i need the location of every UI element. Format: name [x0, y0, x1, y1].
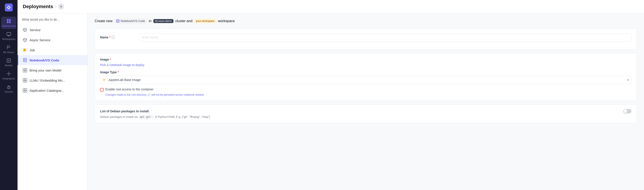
menu-item-async-service[interactable]: Async Service	[18, 35, 88, 45]
svg-rect-19	[25, 81, 27, 82]
svg-rect-5	[7, 33, 11, 35]
hint-code: /	[147, 93, 150, 97]
menu-item-app-catalogue[interactable]: Application Catalogue...	[18, 85, 88, 95]
modal-workspace-label: your-workspace	[196, 20, 215, 23]
byom-icon	[22, 68, 28, 73]
menu-item-service-label: Service	[30, 28, 40, 32]
sidebar-item-ml-repos[interactable]: ML Repos	[1, 43, 16, 55]
svg-rect-21	[25, 88, 27, 90]
svg-point-7	[8, 73, 10, 74]
ml-repos-icon	[6, 45, 12, 50]
secrets-icon	[6, 84, 12, 90]
modal-cluster-badge: tfy-eaus-demo	[153, 19, 174, 23]
body-split: What would you like to de... Service	[18, 13, 644, 190]
name-section: Name * i	[95, 29, 637, 50]
packages-section: List of Debian packages to install. Debi…	[95, 104, 637, 123]
image-label: Image *	[100, 58, 632, 61]
workspaces-icon	[6, 32, 12, 37]
sidebar-item-secrets[interactable]: Secrets	[1, 83, 16, 95]
svg-marker-10	[24, 48, 26, 52]
integrations-icon	[6, 71, 12, 76]
hint-part2: will not be persisted across notebook re…	[151, 93, 204, 96]
modal-and-text: cluster and	[175, 19, 192, 23]
sidebar-item-workspaces-label: Workspaces	[2, 38, 15, 40]
sidebar-item-deployments-label: Deployments	[2, 25, 16, 27]
packages-desc-suffix: . In Python/YAML E.g. ["git", "ffmpeg", …	[153, 115, 210, 118]
root-access-checkbox-row: Enable root access to the container	[100, 88, 632, 91]
main-area: Deployments › ✕ What would you like to d…	[18, 0, 644, 190]
sidebar-item-deployments[interactable]: Deployments	[1, 17, 16, 29]
svg-rect-4	[9, 21, 11, 23]
menu-item-notebook-label: Notebook/VS Code	[30, 58, 59, 62]
packages-title: List of Debian packages to install.	[100, 109, 150, 113]
menu-item-llms[interactable]: LLMs / Embedding Mo...	[18, 75, 88, 85]
sidebar: Deployments Workspaces ML Repos Models	[0, 0, 18, 190]
sidebar-item-workspaces[interactable]: Workspaces	[1, 30, 16, 42]
menu-item-llms-label: LLMs / Embedding Mo...	[30, 79, 65, 82]
menu-item-byom[interactable]: Bring your own Model	[18, 65, 88, 75]
menu-item-app-catalogue-label: Application Catalogue...	[30, 89, 64, 92]
packages-header: List of Debian packages to install.	[100, 109, 632, 113]
svg-rect-6	[7, 59, 10, 62]
modal-cluster-label: tfy-eaus-demo	[155, 20, 172, 23]
menu-item-notebook[interactable]: Notebook/VS Code	[18, 55, 88, 65]
modal-header: Create new Notebook/VS Code in tfy-eaus-…	[95, 19, 637, 23]
menu-item-async-service-label: Async Service	[30, 38, 50, 42]
modal-in-text: in	[149, 19, 151, 23]
sidebar-item-secrets-label: Secrets	[4, 90, 13, 93]
app-logo[interactable]	[4, 3, 14, 12]
sidebar-item-integrations[interactable]: Integrations	[1, 69, 16, 82]
name-required: *	[109, 36, 110, 39]
menu-item-service[interactable]: Service	[18, 25, 88, 35]
sidebar-item-ml-repos-label: ML Repos	[3, 51, 14, 54]
root-access-hint: Changes made to the root directory / wil…	[105, 93, 632, 96]
root-access-checkbox[interactable]	[100, 88, 104, 91]
image-pick-link[interactable]: Pick a notebook image to deploy	[100, 63, 144, 67]
packages-desc-prefix: Debian packages to install via	[100, 115, 138, 118]
llms-icon	[22, 78, 28, 83]
service-icon	[22, 28, 28, 32]
svg-rect-23	[25, 91, 27, 92]
image-row: Image * Pick a notebook image to deploy	[100, 58, 632, 67]
name-info-icon[interactable]: i	[112, 36, 115, 39]
modal-notebook-badge: Notebook/VS Code	[114, 19, 147, 23]
svg-point-9	[8, 88, 9, 88]
name-input[interactable]	[139, 33, 632, 42]
async-service-icon	[22, 38, 28, 42]
hint-part1: Changes made to the root directory	[105, 93, 146, 96]
svg-rect-14	[23, 70, 25, 72]
modal-workspace-badge: your-workspace	[194, 19, 216, 23]
image-type-row: Image Type * ⟳ JupyterLab Base Image ▾	[100, 70, 632, 84]
breadcrumb-separator: ›	[55, 4, 56, 9]
svg-rect-12	[23, 68, 25, 70]
svg-rect-17	[25, 78, 27, 80]
image-type-label: Image Type *	[100, 70, 632, 74]
svg-rect-20	[23, 88, 25, 90]
svg-rect-2	[9, 19, 11, 21]
app-catalogue-icon	[22, 88, 28, 93]
page-title: Deployments	[23, 4, 53, 10]
packages-description: Debian packages to install via apt get .…	[100, 115, 632, 118]
svg-rect-15	[25, 70, 27, 72]
name-label: Name * i	[100, 36, 135, 39]
image-required: *	[110, 58, 111, 61]
close-button[interactable]: ✕	[58, 4, 64, 10]
packages-toggle[interactable]	[623, 109, 632, 113]
sidebar-item-models-label: Models	[5, 64, 12, 67]
svg-rect-3	[7, 21, 8, 23]
svg-rect-18	[23, 81, 25, 82]
sidebar-item-models[interactable]: Models	[1, 56, 16, 68]
image-type-required: *	[118, 70, 119, 74]
image-type-select[interactable]: JupyterLab Base Image	[100, 76, 632, 84]
modal-prefix: Create new	[95, 19, 112, 23]
svg-rect-16	[23, 78, 25, 80]
modal-notebook-label: Notebook/VS Code	[121, 19, 145, 23]
name-form-row: Name * i	[100, 33, 632, 42]
svg-rect-13	[25, 68, 27, 70]
menu-item-job[interactable]: Job	[18, 45, 88, 55]
svg-rect-1	[7, 19, 8, 21]
root-access-label: Enable root access to the container	[105, 88, 153, 91]
sidebar-item-integrations-label: Integrations	[2, 77, 15, 80]
modal-workspace-suffix: workspace	[218, 19, 234, 23]
right-panel: Create new Notebook/VS Code in tfy-eaus-…	[88, 13, 644, 190]
